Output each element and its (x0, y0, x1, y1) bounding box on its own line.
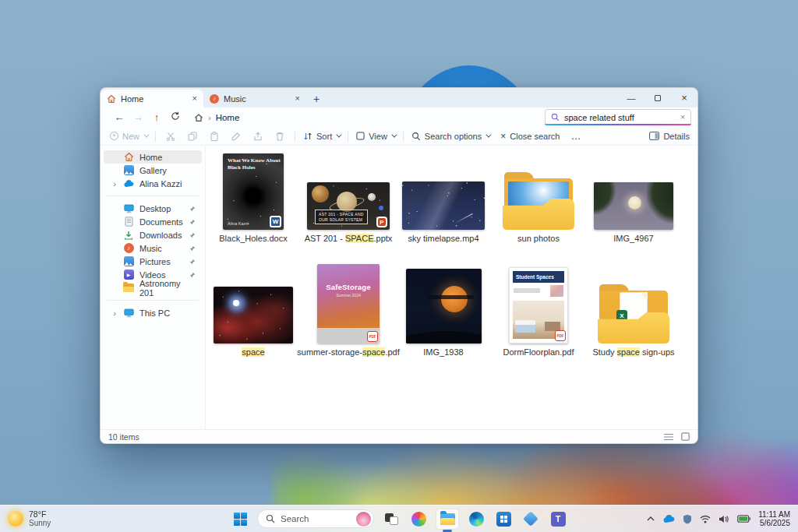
folder-icon-large (503, 172, 574, 230)
maximize-button[interactable] (644, 88, 671, 107)
close-button[interactable]: × (671, 88, 697, 107)
refresh-button[interactable] (166, 111, 185, 123)
cut-button[interactable] (164, 132, 178, 141)
sidebar-item-home[interactable]: Home (104, 150, 202, 164)
slide-caption: AST 201 - SPACE ANDOUR SOLAR SYSTEM (315, 210, 368, 224)
store-icon (496, 512, 511, 527)
file-tile-black-holes-docx[interactable]: What We Know About Black Holes Alina Kaz… (206, 153, 301, 244)
file-explorer-taskbar-button[interactable] (436, 509, 459, 530)
taskbar-search-box[interactable]: Search (257, 509, 374, 528)
volume-icon[interactable] (719, 515, 729, 523)
clock[interactable]: 11:11 AM 5/6/2025 (758, 510, 790, 528)
paste-button[interactable] (207, 132, 221, 141)
copy-button[interactable] (185, 132, 200, 141)
details-pane-button[interactable]: Details (649, 132, 690, 141)
teams-button[interactable]: T (548, 509, 568, 529)
tab-close-icon[interactable]: × (295, 94, 300, 103)
sidebar-item-onedrive[interactable]: › Alina Kazzi (104, 177, 202, 190)
share-button[interactable] (251, 132, 265, 141)
sidebar-item-desktop[interactable]: Desktop (104, 202, 202, 215)
breadcrumb[interactable]: › Home (194, 113, 239, 122)
back-button[interactable]: ← (110, 111, 129, 123)
new-tab-button[interactable]: + (306, 90, 327, 107)
home-tab-icon (107, 94, 116, 104)
sidebar-item-pictures[interactable]: Pictures (104, 255, 202, 268)
search-options-label: Search options (425, 132, 482, 141)
folder-icon-large: X (598, 284, 669, 344)
sidebar-item-astronomy-201[interactable]: Astronomy 201 (104, 281, 202, 294)
onedrive-tray-icon[interactable] (662, 515, 675, 523)
file-tile-dorm-floorplan-pdf[interactable]: Student Spaces PDF DormFloorplan.pdf (491, 267, 586, 358)
folder-icon (123, 283, 134, 294)
start-button[interactable] (230, 509, 250, 529)
tab-home[interactable]: Home × (101, 90, 203, 107)
wifi-icon[interactable] (700, 515, 711, 523)
file-tile-img-1938[interactable]: IMG_1938 (396, 269, 491, 358)
close-search-button[interactable]: × Close search (500, 131, 560, 142)
tray-chevron-up-icon[interactable] (647, 516, 655, 521)
rename-button[interactable] (229, 132, 243, 141)
explorer-search-box[interactable]: × (545, 109, 691, 125)
m365-copilot-button[interactable] (521, 509, 541, 529)
search-label: Search (281, 514, 309, 523)
microsoft-store-button[interactable] (493, 509, 514, 529)
folder-tile-sun-photos[interactable]: sun photos (491, 172, 586, 244)
sidebar-item-downloads[interactable]: Downloads (104, 228, 202, 241)
sort-icon (303, 132, 312, 141)
file-tile-sky-timelapse-mp4[interactable]: sky timelapse.mp4 (396, 181, 491, 244)
sidebar-item-music[interactable]: ♪ Music (104, 241, 202, 255)
file-tile-summer-storage-space-pdf[interactable]: SafeStorage Summer 2024 PDF summer-stora… (301, 264, 396, 358)
window-caption-controls: — × (618, 88, 697, 107)
file-explorer-window: Home × ♪ Music × + — × ← → ↑ (100, 87, 698, 444)
file-name: Black_Holes.docx (219, 234, 287, 244)
powerpoint-badge-icon: P (376, 217, 387, 227)
view-icon (356, 132, 365, 140)
navigation-pane: Home Gallery › Alina Kazzi Desktop (101, 146, 206, 429)
tab-close-icon[interactable]: × (192, 94, 197, 103)
sort-button[interactable]: Sort (303, 132, 340, 141)
pin-icon (189, 206, 196, 212)
weather-widget[interactable]: 78°F Sunny (8, 509, 51, 528)
edge-button[interactable] (466, 509, 486, 529)
sun-icon (8, 511, 23, 527)
sidebar-item-documents[interactable]: Documents (104, 215, 202, 228)
list-view-toggle-icon[interactable] (664, 433, 673, 441)
moon-art (628, 196, 641, 210)
item-count: 10 items (108, 432, 139, 442)
chevron-down-icon (143, 132, 149, 138)
sidebar-item-label: Downloads (139, 231, 182, 240)
forward-button[interactable]: → (129, 111, 147, 123)
search-options-icon (411, 132, 421, 141)
search-icon (266, 514, 275, 523)
taskbar: 78°F Sunny Search (0, 505, 798, 532)
battery-icon[interactable] (737, 515, 750, 523)
home-breadcrumb-icon (194, 113, 203, 122)
folder-tile-study-space-sign-ups[interactable]: X Study space sign-ups (586, 284, 681, 358)
sidebar-item-gallery[interactable]: Gallery (104, 164, 202, 177)
up-button[interactable]: ↑ (147, 111, 166, 123)
file-tile-img-4967[interactable]: IMG_4967 (586, 182, 681, 244)
tab-music[interactable]: ♪ Music × (203, 90, 306, 107)
file-tile-ast-201-space-pptx[interactable]: AST 201 - SPACE ANDOUR SOLAR SYSTEM P AS… (301, 182, 396, 244)
thumbnail-view-toggle-icon[interactable] (681, 432, 690, 441)
task-view-button[interactable] (381, 509, 401, 529)
sidebar-item-this-pc[interactable]: › This PC (104, 306, 202, 319)
videos-icon: ▶ (123, 270, 134, 280)
view-button[interactable]: View (356, 132, 395, 141)
expander-chevron-icon[interactable]: › (111, 308, 118, 318)
copilot-button[interactable] (408, 509, 429, 529)
minimize-button[interactable]: — (618, 88, 644, 107)
security-shield-tray-icon[interactable] (683, 514, 692, 524)
chevron-down-icon (337, 132, 342, 138)
file-tile-space[interactable]: space (206, 287, 301, 358)
search-input[interactable] (564, 113, 675, 122)
expander-chevron-icon[interactable]: › (111, 179, 118, 188)
new-button[interactable]: + New (110, 132, 147, 141)
file-name: summer-storage-space.pdf (297, 347, 399, 358)
clear-search-icon[interactable]: × (680, 113, 685, 122)
navigation-bar: ← → ↑ › Home × (101, 107, 697, 127)
gallery-icon (123, 165, 134, 176)
see-more-button[interactable]: … (570, 130, 581, 142)
search-options-button[interactable]: Search options (411, 132, 489, 141)
delete-button[interactable] (273, 132, 287, 141)
